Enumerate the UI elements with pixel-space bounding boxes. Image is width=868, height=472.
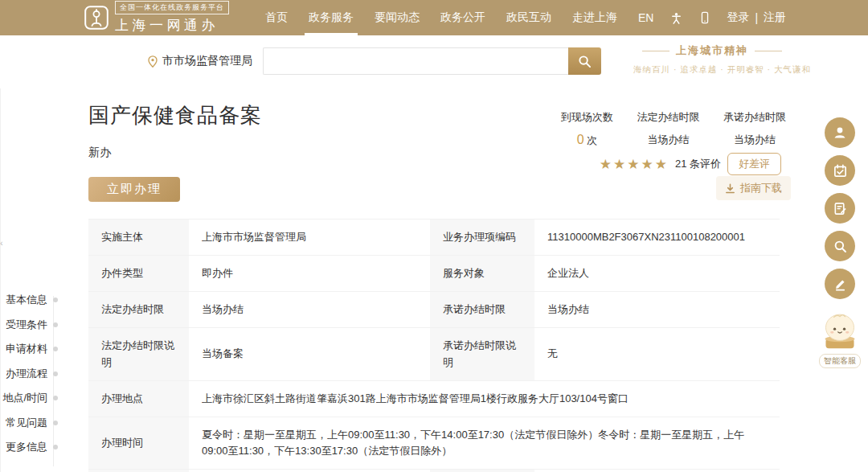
mobile-icon[interactable] xyxy=(698,10,712,25)
row-label: 办件类型 xyxy=(88,256,189,291)
register-link[interactable]: 注册 xyxy=(764,10,786,25)
anchor-item-label: 常见问题 xyxy=(6,416,47,430)
city-spirit: 上海城市精神 海纳百川 · 追求卓越 · 开明睿智 · 大气谦和 xyxy=(633,43,791,76)
row-label: 承诺办结时限 xyxy=(430,292,534,327)
anchor-item-acceptance-conditions[interactable]: 受理条件 xyxy=(0,313,58,338)
row-label: 业务办理项编码 xyxy=(430,220,534,255)
anchor-item-application-materials[interactable]: 申请材料 xyxy=(0,337,58,362)
service-info-table: 实施主体 上海市市场监督管理局 业务办理项编码 11310000MB2F3067… xyxy=(88,219,780,472)
search-button[interactable] xyxy=(568,47,601,75)
mascot-label: 智能客服 xyxy=(819,354,861,368)
user-icon[interactable] xyxy=(825,117,855,148)
nav-gov-open[interactable]: 政务公开 xyxy=(430,0,496,35)
row-value: 企业法人 xyxy=(534,256,780,291)
anchor-dot xyxy=(53,298,58,302)
header-right-group: 登录 | 注册 xyxy=(669,0,786,35)
nav-about-shanghai[interactable]: 走进上海 xyxy=(562,0,628,35)
stat-label: 承诺办结时限 xyxy=(723,110,786,125)
floating-toolbar: 智能客服 xyxy=(819,117,861,368)
anchor-item-label: 受理条件 xyxy=(6,318,47,332)
main-nav: 首页 政务服务 要闻动态 政务公开 政民互动 走进上海 EN xyxy=(255,0,664,35)
guide-download-button[interactable]: 指南下载 xyxy=(716,176,791,200)
row-value: 无 xyxy=(534,328,780,380)
anchor-dot xyxy=(53,396,58,400)
nav-gov-services[interactable]: 政务服务 xyxy=(298,0,364,35)
nav-civic-interaction[interactable]: 政民互动 xyxy=(496,0,562,35)
spirit-dash-left xyxy=(642,51,669,51)
location-pin-icon xyxy=(148,55,158,68)
row-value: 当场备案 xyxy=(189,328,430,380)
anchor-item-label: 申请材料 xyxy=(6,342,47,356)
table-row: 办理地点 上海市徐汇区斜土路街道肇嘉浜301路上海市市场监督管理局1楼行政服务大… xyxy=(88,381,780,417)
anchor-item-label: 基本信息 xyxy=(6,293,47,307)
stat-value: 当场办结 xyxy=(723,133,786,147)
ai-assistant-mascot[interactable]: 智能客服 xyxy=(819,309,861,368)
anchor-nav: 基本信息 受理条件 申请材料 办理流程 地点/时间 常见问题 更多信息 xyxy=(0,288,58,460)
anchor-dot xyxy=(53,322,58,327)
anchor-item-more-info[interactable]: 更多信息 xyxy=(0,435,58,460)
stat-onsite-visits: 到现场次数 0 次 xyxy=(561,110,613,148)
login-register-group: 登录 | 注册 xyxy=(727,10,786,25)
anchor-dot xyxy=(53,445,58,449)
spirit-dash-right xyxy=(755,51,782,51)
stat-statutory-time: 法定办结时限 当场办结 xyxy=(637,110,700,148)
sub-header: 市市场监督管理局 上海城市精神 海纳百川 · 追求卓越 · 开明睿智 · 大气谦… xyxy=(0,35,868,88)
page-title: 国产保健食品备案 xyxy=(88,101,262,129)
stat-label: 法定办结时限 xyxy=(637,110,700,125)
table-row: 法定办结时限说明 当场备案 承诺办结时限说明 无 xyxy=(88,328,780,380)
department-selector[interactable]: 市市场监督管理局 xyxy=(148,54,252,68)
accessibility-icon[interactable] xyxy=(669,10,683,25)
guide-download-label: 指南下载 xyxy=(740,181,782,195)
anchor-item-label: 更多信息 xyxy=(6,440,47,454)
login-register-separator: | xyxy=(755,11,758,24)
anchor-item-process[interactable]: 办理流程 xyxy=(0,362,58,387)
page: 全国一体化在线政务服务平台 上海一网通办 首页 政务服务 要闻动态 政务公开 政… xyxy=(0,0,868,472)
rating-count: 21 条评价 xyxy=(675,157,721,171)
search-input[interactable] xyxy=(263,47,568,75)
site-logo[interactable]: 全国一体化在线政务服务平台 上海一网通办 xyxy=(84,0,229,35)
row-label: 承诺办结时限说明 xyxy=(430,328,534,380)
logo-text: 全国一体化在线政务服务平台 上海一网通办 xyxy=(115,1,229,35)
city-spirit-title: 上海城市精神 xyxy=(676,43,748,58)
nav-news[interactable]: 要闻动态 xyxy=(364,0,430,35)
row-value: 当场办结 xyxy=(189,292,430,327)
review-button[interactable]: 好差评 xyxy=(727,153,781,175)
stat-value: 当场办结 xyxy=(637,133,700,147)
search-icon[interactable] xyxy=(825,231,855,261)
anchor-item-basic-info[interactable]: 基本信息 xyxy=(0,288,58,313)
login-link[interactable]: 登录 xyxy=(727,10,749,25)
calendar-check-icon[interactable] xyxy=(825,155,855,186)
stat-number: 0 xyxy=(577,133,584,146)
document-edit-icon[interactable] xyxy=(825,193,855,224)
stat-label: 到现场次数 xyxy=(561,110,613,125)
anchor-item-label: 地点/时间 xyxy=(2,391,47,405)
row-value: 夏令时：星期一至星期五，上午09:00至11:30，下午14:00至17:30（… xyxy=(189,417,780,469)
anchor-dot xyxy=(53,371,58,376)
brand-title: 上海一网通办 xyxy=(115,16,219,35)
download-icon xyxy=(725,183,735,194)
nav-home[interactable]: 首页 xyxy=(255,0,298,35)
mascot-icon xyxy=(821,309,859,352)
row-value: 上海市市场监督管理局 xyxy=(189,220,430,255)
stat-promised-time: 承诺办结时限 当场办结 xyxy=(723,110,786,148)
row-label: 法定办结时限 xyxy=(88,292,189,327)
row-value: 即办件 xyxy=(189,256,430,291)
pencil-icon[interactable] xyxy=(825,269,855,299)
row-value: 当场办结 xyxy=(534,292,780,327)
nav-lang-en[interactable]: EN xyxy=(628,0,664,35)
row-value: 上海市徐汇区斜土路街道肇嘉浜301路上海市市场监督管理局1楼行政服务大厅103/… xyxy=(189,381,780,417)
star-rating: ★★★★★ xyxy=(600,156,669,173)
city-spirit-slogan: 海纳百川 · 追求卓越 · 开明睿智 · 大气谦和 xyxy=(633,64,791,76)
left-panel-divider xyxy=(0,88,1,472)
row-value: 11310000MB2F3067XN231100108200001 xyxy=(534,220,780,255)
department-name: 市市场监督管理局 xyxy=(162,54,252,68)
panel-collapse-arrow[interactable]: ‹ xyxy=(0,238,3,248)
anchor-dot xyxy=(53,421,58,425)
row-label: 法定办结时限说明 xyxy=(88,328,189,380)
anchor-item-location-time[interactable]: 地点/时间 xyxy=(0,386,58,411)
rating-row: ★★★★★ 21 条评价 好差评 xyxy=(604,153,781,175)
apply-now-button[interactable]: 立即办理 xyxy=(88,177,180,202)
anchor-item-faq[interactable]: 常见问题 xyxy=(0,411,58,436)
row-label: 服务对象 xyxy=(430,256,534,291)
stat-unit: 次 xyxy=(587,134,597,146)
